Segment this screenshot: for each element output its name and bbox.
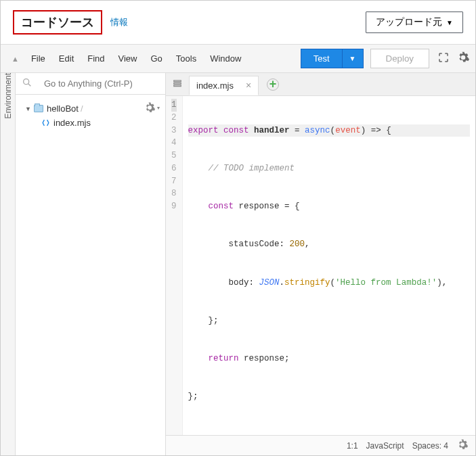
menu-edit[interactable]: Edit (52, 49, 81, 68)
editor-column: index.mjs × + 123456789 export const han… (166, 73, 475, 455)
tab-active[interactable]: index.mjs × (189, 76, 259, 95)
upload-label: アップロード元 (376, 16, 442, 28)
menu-go[interactable]: Go (144, 49, 169, 68)
settings-gear-icon[interactable] (456, 51, 470, 66)
svg-point-0 (24, 79, 29, 85)
code-line: // TODO implement (188, 162, 470, 175)
deploy-button[interactable]: Deploy (370, 49, 430, 68)
tab-close-icon[interactable]: × (246, 81, 251, 90)
environment-rail[interactable]: Environment (1, 73, 16, 455)
environment-label: Environment (3, 73, 13, 159)
menu-view[interactable]: View (112, 49, 144, 68)
code-line: }; (188, 315, 470, 327)
menu-window[interactable]: Window (203, 49, 248, 68)
page-title: コードソース (13, 10, 102, 35)
folder-icon (34, 105, 43, 112)
cursor-position[interactable]: 1:1 (347, 441, 358, 451)
fullscreen-icon[interactable] (437, 51, 450, 66)
svg-rect-3 (174, 83, 181, 84)
svg-rect-2 (174, 81, 181, 82)
test-button-group: Test ▼ (301, 49, 364, 68)
tree-folder[interactable]: ▼ helloBot / (22, 101, 161, 116)
search-icon[interactable] (16, 77, 39, 90)
search-row (16, 73, 165, 95)
menu-file[interactable]: File (24, 49, 52, 68)
collapse-icon[interactable]: ▲ (6, 55, 24, 63)
test-dropdown[interactable]: ▼ (343, 49, 364, 68)
code-editor[interactable]: 123456789 export const handler = async(e… (166, 96, 475, 435)
tab-label: index.mjs (196, 81, 234, 91)
indent-setting[interactable]: Spaces: 4 (412, 441, 448, 451)
tab-list-icon[interactable] (166, 78, 189, 90)
caret-down-icon: ▼ (446, 19, 453, 26)
language-mode[interactable]: JavaScript (366, 441, 404, 451)
code-line: export const handler = async(event) => { (188, 124, 470, 137)
file-name: index.mjs (53, 118, 91, 128)
tab-row: index.mjs × + (166, 73, 475, 96)
code-lines: export const handler = async(event) => {… (183, 96, 475, 435)
line-gutter: 123456789 (166, 96, 183, 435)
js-file-icon (41, 118, 50, 127)
menu-tools[interactable]: Tools (169, 49, 203, 68)
code-line: statusCode: 200, (188, 238, 470, 251)
code-line: return response; (188, 352, 470, 365)
folder-slash: / (81, 104, 83, 114)
sidebar: ▾ ▼ helloBot / index.mjs (16, 73, 166, 455)
code-line: const response = { (188, 200, 470, 213)
info-link[interactable]: 情報 (110, 16, 128, 28)
tree-settings-icon[interactable]: ▾ (144, 101, 160, 114)
test-button[interactable]: Test (301, 49, 343, 68)
svg-line-1 (28, 84, 31, 87)
menubar: ▲ File Edit Find View Go Tools Window Te… (1, 45, 475, 73)
code-line (188, 429, 470, 436)
folder-name: helloBot (47, 104, 79, 114)
folder-caret-icon: ▼ (25, 106, 31, 112)
status-bar: 1:1 JavaScript Spaces: 4 (166, 435, 475, 455)
file-tree: ▾ ▼ helloBot / index.mjs (16, 95, 165, 455)
svg-rect-4 (174, 85, 181, 87)
upload-from-button[interactable]: アップロード元 ▼ (366, 12, 463, 33)
code-line: body: JSON.stringify('Hello from Lambda!… (188, 277, 470, 290)
menu-items: File Edit Find View Go Tools Window (24, 49, 248, 68)
search-input[interactable] (39, 73, 165, 94)
header-bar: コードソース 情報 アップロード元 ▼ (1, 1, 475, 45)
menu-find[interactable]: Find (81, 49, 111, 68)
tree-file[interactable]: index.mjs (39, 116, 161, 130)
code-line: }; (188, 390, 470, 403)
tab-add-icon[interactable]: + (267, 78, 279, 91)
status-gear-icon[interactable] (456, 438, 469, 453)
